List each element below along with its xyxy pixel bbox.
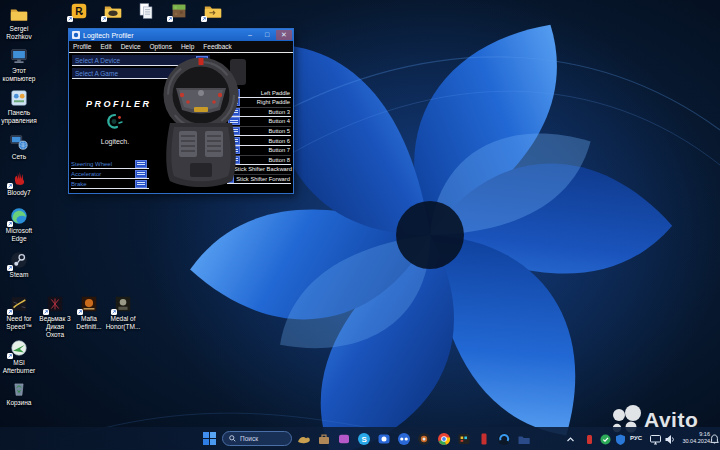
shortcut-arrow-badge — [7, 265, 13, 271]
tray-chevron-icon[interactable] — [564, 432, 577, 445]
browser-swirl-icon[interactable] — [496, 431, 511, 446]
language-indicator[interactable]: РУС — [630, 435, 642, 441]
menu-edit[interactable]: Edit — [100, 43, 111, 50]
axis-label: Steering Wheel — [71, 161, 135, 167]
window-content: Select A DeviceSelect A Game PROFILER Lo… — [69, 53, 293, 193]
network-tray-icon[interactable] — [649, 432, 662, 445]
minecraft-icon — [169, 1, 189, 21]
notification-bell-icon[interactable] — [708, 432, 720, 445]
logitech-logo-glyph — [104, 111, 126, 133]
desktop-icon-label: MicrosoftEdge — [1, 227, 37, 243]
documents-icon — [136, 1, 156, 21]
menu-options[interactable]: Options — [150, 43, 172, 50]
axis-row-accelerator[interactable]: Accelerator — [71, 169, 149, 179]
desktop-icon-label: SergeiRozhkov — [1, 25, 37, 41]
desktop-icon-steam[interactable]: Steam — [1, 250, 37, 279]
folder-app-icon — [103, 1, 123, 21]
volume-icon[interactable] — [663, 432, 676, 445]
desktop-icon-label: Steam — [1, 271, 37, 279]
desktop-icon-label: Ведьмак 3Дикая Охота — [37, 315, 73, 338]
window-menubar: ProfileEditDeviceOptionsHelpFeedback — [69, 41, 293, 53]
search-placeholder: Поиск — [240, 435, 258, 442]
logitech-logo-text: Logitech. — [95, 138, 135, 145]
desktop-icon-this-pc[interactable]: Этоткомпьютер — [1, 46, 37, 83]
shortcut-arrow-badge — [101, 16, 107, 22]
desktop-icon-label: Корзина — [1, 399, 37, 407]
tray-shield-icon[interactable] — [614, 432, 627, 445]
desktop-icon-medal-of-honor[interactable]: Medal ofHonor(TM... — [105, 294, 141, 331]
axis-label: Accelerator — [71, 171, 135, 177]
close-button[interactable]: ✕ — [276, 30, 292, 40]
desktop-icon-control-panel[interactable]: Панельуправления — [1, 88, 37, 125]
need-for-speed-icon — [9, 294, 29, 314]
desktop-icon-mafia-definitive[interactable]: MafiaDefiniti... — [71, 294, 107, 331]
app-tan-icon[interactable] — [296, 431, 311, 446]
control-panel-icon — [9, 88, 29, 108]
desktop-icon-rockstar-games[interactable]: R — [61, 1, 97, 21]
menu-help[interactable]: Help — [181, 43, 194, 50]
desktop-icon-label: Bloody7 — [1, 189, 37, 197]
axis-row-steering-wheel[interactable]: Steering Wheel — [71, 159, 149, 169]
shortcut-arrow-badge — [201, 16, 207, 22]
logitech-profiler-window: Logitech Profiler – □ ✕ ProfileEditDevic… — [68, 28, 294, 194]
messenger-icon[interactable] — [396, 431, 411, 446]
desktop-icon-label: Сеть — [1, 153, 37, 161]
app-store-icon[interactable] — [316, 431, 331, 446]
desktop-icon-msi-afterburner[interactable]: MSIAfterburner — [1, 338, 37, 375]
clock-time: 9:16 — [678, 431, 710, 438]
desktop-icon-folder-2[interactable] — [195, 1, 231, 21]
shortcut-arrow-badge — [111, 309, 117, 315]
desktop-icon-label: Панельуправления — [1, 109, 37, 125]
minimize-button[interactable]: – — [242, 30, 258, 40]
witcher3-icon — [45, 294, 65, 314]
desktop-icon-network[interactable]: Сеть — [1, 132, 37, 161]
desktop-icon-documents[interactable] — [128, 1, 164, 21]
window-title: Logitech Profiler — [83, 32, 242, 39]
desktop-icon-minecraft[interactable] — [161, 1, 197, 21]
network-icon — [9, 132, 29, 152]
clock[interactable]: 9:16 30.04.2024 — [678, 431, 710, 445]
window-app-icon — [72, 31, 80, 39]
medal-of-honor-icon — [113, 294, 133, 314]
shortcut-arrow-badge — [7, 221, 13, 227]
search-box[interactable]: Поиск — [222, 431, 292, 446]
menu-profile[interactable]: Profile — [73, 43, 91, 50]
browser-dark-icon[interactable] — [416, 431, 431, 446]
app-camera-icon[interactable] — [376, 431, 391, 446]
rockstar-games-icon: R — [69, 1, 89, 21]
tray-green-app-icon[interactable] — [599, 432, 612, 445]
desktop-icon-label: MSIAfterburner — [1, 359, 37, 375]
app-blue-folder-icon[interactable] — [516, 431, 531, 446]
desktop-icon-microsoft-edge[interactable]: MicrosoftEdge — [1, 206, 37, 243]
shortcut-arrow-badge — [43, 309, 49, 315]
desktop-icon-folder-app[interactable] — [95, 1, 131, 21]
start-button[interactable] — [203, 432, 216, 445]
maximize-button[interactable]: □ — [259, 30, 275, 40]
svg-text:R: R — [75, 6, 83, 17]
shortcut-arrow-badge — [7, 309, 13, 315]
desktop-icon-bloody7[interactable]: Bloody7 — [1, 168, 37, 197]
taskbar: Поиск S РУС 9:16 30.04.2024 — [0, 427, 720, 450]
clock-date: 30.04.2024 — [678, 438, 710, 445]
steering-wheel-image — [146, 55, 258, 193]
logitech-logo: Logitech. — [95, 111, 135, 145]
axis-row-brake[interactable]: Brake — [71, 179, 149, 189]
steam-icon — [9, 250, 29, 270]
desktop-icon-sergei-rozhkov-folder[interactable]: SergeiRozhkov — [1, 4, 37, 41]
skype-icon[interactable]: S — [356, 431, 371, 446]
menu-device[interactable]: Device — [121, 43, 141, 50]
menu-feedback[interactable]: Feedback — [203, 43, 232, 50]
desktop-icon-recycle-bin[interactable]: Корзина — [1, 378, 37, 407]
desktop-icon-need-for-speed[interactable]: Need forSpeed™ — [1, 294, 37, 331]
window-titlebar[interactable]: Logitech Profiler – □ ✕ — [69, 29, 293, 41]
tray-red-app-icon[interactable] — [583, 432, 596, 445]
shortcut-arrow-badge — [77, 309, 83, 315]
shortcut-arrow-badge — [7, 183, 13, 189]
desktop: SergeiRozhkovЭтоткомпьютерПанельуправлен… — [0, 0, 720, 450]
desktop-icon-label: MafiaDefiniti... — [71, 315, 107, 331]
app-red-icon[interactable] — [476, 431, 491, 446]
chrome-icon[interactable] — [436, 431, 451, 446]
app-pixels-icon[interactable] — [456, 431, 471, 446]
desktop-icon-witcher3[interactable]: Ведьмак 3Дикая Охота — [37, 294, 73, 338]
app-purple-icon[interactable] — [336, 431, 351, 446]
